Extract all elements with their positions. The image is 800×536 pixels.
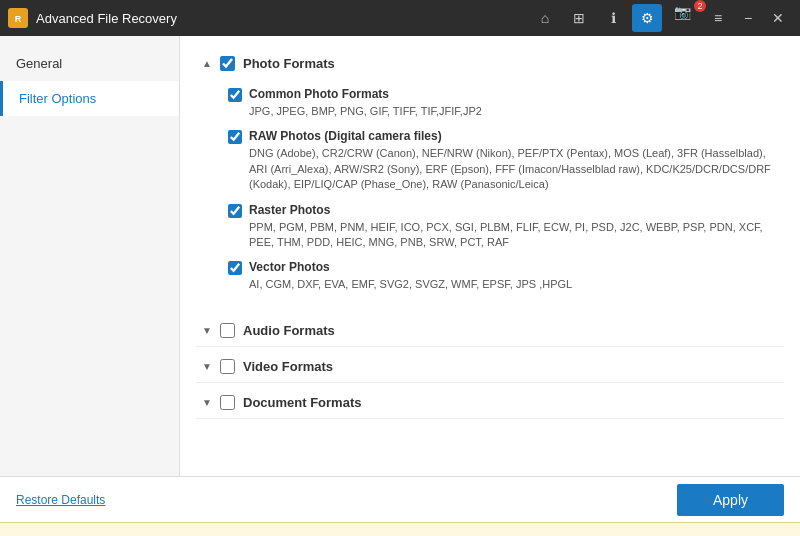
- common-photo-name: Common Photo Formats: [249, 87, 389, 101]
- raw-photo-checkbox[interactable]: [228, 130, 242, 144]
- raw-photo-desc: DNG (Adobe), CR2/CRW (Canon), NEF/NRW (N…: [249, 146, 776, 192]
- video-formats-section: ▼ Video Formats: [196, 351, 784, 383]
- vector-photo-checkbox[interactable]: [228, 261, 242, 275]
- video-formats-title: Video Formats: [243, 359, 333, 374]
- restore-defaults-button[interactable]: Restore Defaults: [16, 493, 105, 507]
- photo-formats-content: Common Photo Formats JPG, JPEG, BMP, PNG…: [196, 79, 784, 311]
- raw-photo-item: RAW Photos (Digital camera files) DNG (A…: [228, 129, 776, 192]
- document-formats-title: Document Formats: [243, 395, 361, 410]
- raster-photo-item: Raster Photos PPM, PGM, PBM, PNM, HEIF, …: [228, 203, 776, 251]
- common-photo-desc: JPG, JPEG, BMP, PNG, GIF, TIFF, TIF,JFIF…: [249, 104, 776, 119]
- close-button[interactable]: ✕: [764, 4, 792, 32]
- footer: Retrieve deleted or lost files in minute…: [0, 522, 800, 536]
- nav-info[interactable]: ℹ: [598, 4, 628, 32]
- vector-photo-name: Vector Photos: [249, 260, 330, 274]
- nav-list[interactable]: ⊞: [564, 4, 594, 32]
- sidebar-item-general[interactable]: General: [0, 46, 179, 81]
- audio-formats-title: Audio Formats: [243, 323, 335, 338]
- photo-chevron-icon: ▲: [202, 58, 214, 69]
- audio-formats-checkbox[interactable]: [220, 323, 235, 338]
- video-chevron-icon: ▼: [202, 361, 214, 372]
- menu-button[interactable]: ≡: [704, 4, 732, 32]
- document-formats-checkbox[interactable]: [220, 395, 235, 410]
- bottom-bar: Restore Defaults Apply: [0, 476, 800, 522]
- raster-photo-desc: PPM, PGM, PBM, PNM, HEIF, ICO, PCX, SGI,…: [249, 220, 776, 251]
- title-nav: ⌂ ⊞ ℹ ⚙: [530, 4, 662, 32]
- video-formats-header[interactable]: ▼ Video Formats: [196, 351, 784, 383]
- svg-text:R: R: [15, 14, 22, 24]
- audio-formats-section: ▼ Audio Formats: [196, 315, 784, 347]
- nav-settings[interactable]: ⚙: [632, 4, 662, 32]
- content-area[interactable]: ▲ Photo Formats Common Photo Formats JPG…: [180, 36, 800, 476]
- photo-formats-header[interactable]: ▲ Photo Formats: [196, 48, 784, 79]
- raw-photo-name: RAW Photos (Digital camera files): [249, 129, 442, 143]
- app-icon: R: [8, 8, 28, 28]
- raster-photo-checkbox[interactable]: [228, 204, 242, 218]
- title-bar: R Advanced File Recovery ⌂ ⊞ ℹ ⚙ 📷2 ≡ − …: [0, 0, 800, 36]
- video-formats-checkbox[interactable]: [220, 359, 235, 374]
- minimize-button[interactable]: −: [734, 4, 762, 32]
- vector-photo-desc: AI, CGM, DXF, EVA, EMF, SVG2, SVGZ, WMF,…: [249, 277, 776, 292]
- photo-formats-checkbox[interactable]: [220, 56, 235, 71]
- raster-photo-name: Raster Photos: [249, 203, 330, 217]
- vector-photo-item: Vector Photos AI, CGM, DXF, EVA, EMF, SV…: [228, 260, 776, 292]
- document-chevron-icon: ▼: [202, 397, 214, 408]
- app-title: Advanced File Recovery: [36, 11, 530, 26]
- sidebar-item-filter-options[interactable]: Filter Options: [0, 81, 179, 116]
- audio-formats-header[interactable]: ▼ Audio Formats: [196, 315, 784, 347]
- window-controls: 📷2 ≡ − ✕: [674, 4, 792, 32]
- photo-formats-section: ▲ Photo Formats Common Photo Formats JPG…: [196, 48, 784, 311]
- audio-chevron-icon: ▼: [202, 325, 214, 336]
- sidebar: General Filter Options: [0, 36, 180, 476]
- document-formats-header[interactable]: ▼ Document Formats: [196, 387, 784, 419]
- common-photo-checkbox[interactable]: [228, 88, 242, 102]
- photo-formats-title: Photo Formats: [243, 56, 335, 71]
- nav-home[interactable]: ⌂: [530, 4, 560, 32]
- document-formats-section: ▼ Document Formats: [196, 387, 784, 419]
- main-container: General Filter Options ▲ Photo Formats C…: [0, 36, 800, 476]
- apply-button[interactable]: Apply: [677, 484, 784, 516]
- common-photo-item: Common Photo Formats JPG, JPEG, BMP, PNG…: [228, 87, 776, 119]
- camera-button[interactable]: 📷2: [674, 4, 702, 32]
